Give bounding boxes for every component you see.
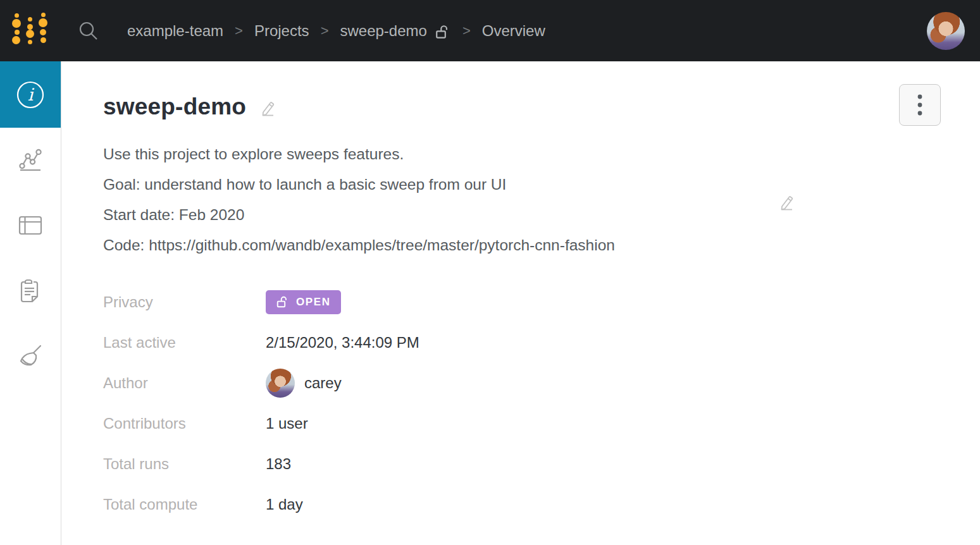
breadcrumb: example-team > Projects > sweep-demo > O… xyxy=(127,22,545,40)
user-avatar[interactable] xyxy=(927,12,965,50)
logo-dot xyxy=(40,37,46,43)
logo-dot xyxy=(28,40,32,44)
logo-dot xyxy=(41,13,46,17)
more-options-kebab-button[interactable] xyxy=(899,84,941,126)
line-chart-icon xyxy=(17,147,44,174)
kebab-menu-icon xyxy=(917,94,923,116)
wandb-logo[interactable] xyxy=(0,0,61,61)
breadcrumb-project[interactable]: sweep-demo xyxy=(340,22,426,40)
project-description: Use this project to explore sweeps featu… xyxy=(103,139,980,260)
breadcrumb-separator: > xyxy=(462,23,471,39)
breadcrumb-projects[interactable]: Projects xyxy=(254,22,309,40)
breadcrumb-team[interactable]: example-team xyxy=(127,22,223,40)
description-line: Goal: understand how to launch a basic s… xyxy=(103,169,980,200)
breadcrumb-page-overview[interactable]: Overview xyxy=(482,22,545,40)
total-runs-row: Total runs 183 xyxy=(103,444,980,484)
sidebar-item-runs-table[interactable] xyxy=(0,193,61,258)
search-icon[interactable] xyxy=(78,20,99,42)
author-name[interactable]: carey xyxy=(304,374,342,392)
row-label: Total runs xyxy=(103,455,266,473)
clipboard-icon xyxy=(17,277,44,305)
sidebar-item-reports[interactable] xyxy=(0,258,61,323)
unlocked-icon xyxy=(435,24,451,40)
breadcrumb-separator: > xyxy=(235,23,243,39)
sidebar-item-sweeps[interactable] xyxy=(0,323,61,388)
svg-text:i: i xyxy=(28,85,35,104)
contributors-value: 1 user xyxy=(266,415,308,432)
logo-dot xyxy=(28,17,32,21)
unlocked-icon xyxy=(276,295,290,309)
logo-dot xyxy=(15,30,20,35)
logo-dot xyxy=(27,24,33,30)
sidebar-item-workspace[interactable] xyxy=(0,128,61,193)
broom-icon xyxy=(16,342,44,370)
row-label: Last active xyxy=(103,334,266,352)
privacy-open-badge[interactable]: OPEN xyxy=(266,290,341,314)
logo-dot xyxy=(39,18,47,27)
description-line: Start date: Feb 2020 xyxy=(103,200,980,230)
breadcrumb-separator: > xyxy=(321,23,329,39)
table-icon xyxy=(16,213,44,238)
edit-description-pencil-icon[interactable] xyxy=(776,193,795,212)
last-active-row: Last active 2/15/2020, 3:44:09 PM xyxy=(103,322,980,363)
info-icon: i xyxy=(16,80,45,109)
logo-dot xyxy=(40,29,46,35)
edit-title-pencil-icon[interactable] xyxy=(257,99,276,118)
total-runs-value: 183 xyxy=(266,455,291,473)
logo-dot xyxy=(12,36,20,44)
overview-panel: sweep-demo Use this project to explore s… xyxy=(61,61,980,545)
description-line: Code: https://github.com/wandb/examples/… xyxy=(103,230,980,260)
privacy-row: Privacy OPEN xyxy=(103,282,980,322)
author-avatar[interactable] xyxy=(266,369,295,398)
sidebar-item-overview[interactable]: i xyxy=(0,61,61,128)
contributors-row: Contributors 1 user xyxy=(103,403,980,444)
top-navigation-bar: example-team > Projects > sweep-demo > O… xyxy=(0,0,980,61)
row-label: Privacy xyxy=(103,293,266,311)
total-compute-row: Total compute 1 day xyxy=(103,484,980,525)
logo-dot xyxy=(12,19,21,28)
total-compute-value: 1 day xyxy=(266,496,303,513)
last-active-value: 2/15/2020, 3:44:09 PM xyxy=(266,334,419,352)
logo-dot xyxy=(26,30,34,38)
row-label: Contributors xyxy=(103,415,266,432)
project-info-table: Privacy OPEN Last active 2/15/2020, 3:44… xyxy=(103,282,980,525)
row-label: Total compute xyxy=(103,496,266,513)
description-line: Use this project to explore sweeps featu… xyxy=(103,139,980,169)
privacy-badge-label: OPEN xyxy=(296,296,331,309)
author-row: Author carey xyxy=(103,363,980,403)
logo-dot xyxy=(15,13,19,18)
project-sidebar: i xyxy=(0,61,61,545)
project-title: sweep-demo xyxy=(103,94,246,120)
row-label: Author xyxy=(103,374,266,392)
